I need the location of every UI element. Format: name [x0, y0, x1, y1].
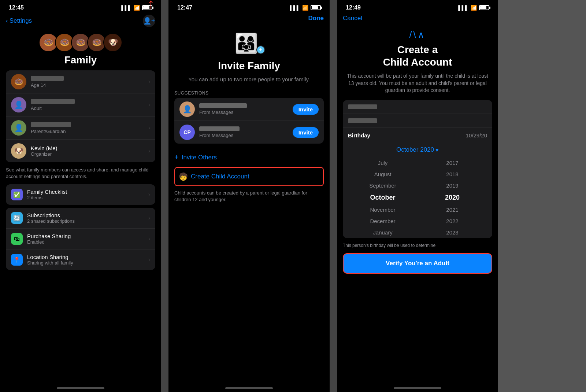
create-child-account-item[interactable]: 🧒 Create Child Account — [174, 167, 324, 186]
suggestion-source-1: From Messages — [199, 110, 293, 115]
date-picker[interactable]: July August September October November D… — [343, 157, 492, 238]
member-item-2[interactable]: 👤 Adult › — [6, 93, 155, 117]
suggestion-info-2: From Messages — [199, 126, 293, 138]
month-picker-col[interactable]: July August September October November D… — [348, 157, 418, 238]
picker-month-august[interactable]: August — [348, 169, 418, 180]
wifi-icon-1: 📶 — [134, 5, 140, 11]
member-avatar-2: 👤 — [11, 97, 26, 112]
child-account-description: This account will be part of your family… — [344, 73, 491, 94]
back-button-1[interactable]: ‹ Settings — [6, 17, 32, 25]
suggestion-avatar-1: 👤 — [179, 101, 195, 117]
member-avatar-3: 👤 — [11, 120, 26, 136]
first-name-field[interactable] — [343, 100, 492, 114]
month-year-button[interactable]: October 2020 ▾ — [396, 146, 439, 154]
status-bar-1: 12:45 ▌▌▌ 📶 — [0, 0, 161, 13]
family-sharing-sections: 🔄 Subscriptions 2 shared subscriptions ›… — [6, 208, 155, 270]
picker-year-2023[interactable]: 2023 — [418, 227, 487, 238]
chevron-icon-3: › — [148, 125, 150, 131]
done-button[interactable]: Done — [308, 15, 324, 22]
apple-logo-text: /\∧ — [409, 29, 426, 41]
member-avatar-1: 🍩 — [11, 74, 26, 89]
invite-subtitle: You can add up to two more people to you… — [183, 75, 315, 83]
family-avatars: 🍩 🍩 🍩 🍩 🐶 — [0, 33, 161, 52]
location-label: Location Sharing — [27, 254, 148, 260]
section-location[interactable]: 📍 Location Sharing Sharing with all fami… — [6, 249, 155, 270]
create-child-label: Create Child Account — [191, 173, 249, 180]
picker-month-january[interactable]: January — [348, 227, 418, 238]
invite-others-item[interactable]: + Invite Others — [174, 148, 324, 167]
section-text-location: Location Sharing Sharing with all family — [27, 254, 148, 266]
child-account-desc: Child accounts can be created by a paren… — [174, 190, 324, 203]
birthday-usage-desc: This person's birthday will be used to d… — [343, 243, 492, 249]
panel-create-child: 12:49 ▌▌▌ 📶 Cancel /\∧ Create a Child Ac… — [337, 0, 498, 392]
member-name-2 — [31, 99, 75, 104]
picker-month-october[interactable]: October — [348, 191, 418, 204]
member-name-4: Kevin (Me) — [31, 145, 148, 151]
picker-year-2021[interactable]: 2021 — [418, 204, 487, 215]
member-role-4: Organizer — [31, 151, 148, 157]
red-arrow-indicator: ↑ — [147, 0, 155, 11]
member-role-2: Adult — [31, 106, 148, 111]
time-2: 12:47 — [177, 4, 192, 11]
home-indicator-2 — [225, 387, 273, 389]
subscriptions-sublabel: 2 shared subscriptions — [27, 218, 148, 224]
member-info-2: Adult — [31, 99, 148, 111]
picker-year-2022[interactable]: 2022 — [418, 215, 487, 227]
plus-badge-icon: + — [256, 45, 265, 54]
month-year-selector[interactable]: October 2020 ▾ — [343, 143, 492, 157]
page-title-1: Family — [0, 54, 161, 66]
status-icons-2: ▌▌▌ 📶 — [290, 5, 321, 11]
add-person-icon: 👤+ — [143, 17, 155, 25]
picker-month-december[interactable]: December — [348, 215, 418, 227]
picker-month-september[interactable]: September — [348, 180, 418, 191]
divider-1 — [161, 0, 168, 392]
suggestions-box: 👤 From Messages Invite CP From Messages … — [174, 98, 324, 144]
birthday-value: 10/29/20 — [466, 132, 487, 138]
section-text-checklist: Family Checklist 2 items — [27, 189, 148, 200]
add-member-button[interactable]: 👤+ ↑ — [143, 15, 155, 27]
member-info-3: Parent/Guardian — [31, 122, 148, 134]
family-sections: ✅ Family Checklist 2 items › — [6, 184, 155, 205]
home-indicator-3 — [394, 387, 441, 389]
year-picker-col[interactable]: 2017 2018 2019 2020 2021 2022 2023 — [418, 157, 487, 238]
subscriptions-label: Subscriptions — [27, 212, 148, 218]
chevron-down-icon: ▾ — [435, 146, 439, 154]
child-account-icon: 🧒 — [179, 172, 188, 181]
chevron-icon-4: › — [148, 148, 150, 154]
member-name-1 — [31, 76, 64, 81]
picker-month-november[interactable]: November — [348, 204, 418, 215]
suggestion-item-2: CP From Messages Invite — [174, 121, 324, 144]
location-chevron: › — [148, 256, 150, 263]
child-account-title: Create a Child Account — [337, 44, 498, 68]
last-name-field[interactable] — [343, 114, 492, 128]
picker-month-july[interactable]: July — [348, 157, 418, 169]
checklist-chevron: › — [148, 191, 150, 198]
verify-adult-button[interactable]: Verify You're an Adult — [343, 253, 492, 274]
status-bar-2: 12:47 ▌▌▌ 📶 — [168, 0, 330, 13]
nav-bar-3: Cancel — [337, 13, 498, 25]
member-role-1: Age 14 — [31, 82, 148, 88]
invite-title: Invite Family — [168, 60, 330, 72]
section-purchase[interactable]: 🛍 Purchase Sharing Enabled › — [6, 229, 155, 249]
picker-year-2019[interactable]: 2019 — [418, 180, 487, 191]
invite-button-1[interactable]: Invite — [293, 104, 319, 115]
nav-bar-2: Done — [168, 13, 330, 25]
member-item-3[interactable]: 👤 Parent/Guardian › — [6, 117, 155, 140]
cancel-button[interactable]: Cancel — [343, 15, 492, 22]
picker-year-2018[interactable]: 2018 — [418, 169, 487, 180]
section-subscriptions[interactable]: 🔄 Subscriptions 2 shared subscriptions › — [6, 208, 155, 229]
signal-icon-1: ▌▌▌ — [121, 5, 131, 11]
picker-year-2017[interactable]: 2017 — [418, 157, 487, 169]
month-year-text: October 2020 — [396, 146, 434, 154]
suggestion-info-1: From Messages — [199, 103, 293, 115]
divider-2 — [330, 0, 337, 392]
picker-year-2020[interactable]: 2020 — [418, 191, 487, 204]
battery-icon-3 — [479, 5, 489, 10]
suggestions-label: SUGGESTIONS — [174, 90, 324, 96]
invite-button-2[interactable]: Invite — [293, 127, 319, 138]
plus-icon: + — [174, 153, 179, 162]
purchase-chevron: › — [148, 236, 150, 242]
section-checklist[interactable]: ✅ Family Checklist 2 items › — [6, 184, 155, 205]
member-item-4[interactable]: 🐶 Kevin (Me) Organizer › — [6, 140, 155, 162]
member-item-1[interactable]: 🍩 Age 14 › — [6, 70, 155, 93]
